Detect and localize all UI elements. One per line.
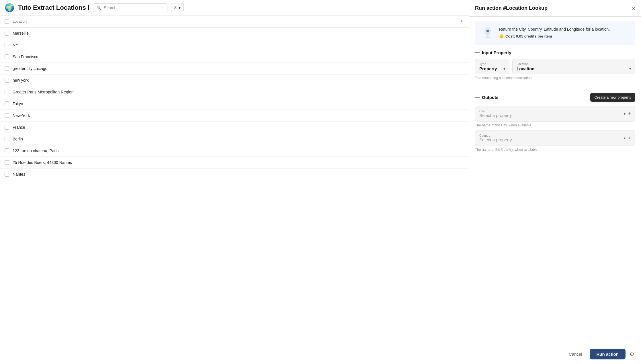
row-checkbox[interactable] [5, 66, 9, 71]
table-row[interactable]: greater city chicago [0, 63, 469, 75]
panel-header: Run action #Location Lookup × [469, 0, 641, 17]
city-chevron: ▾ [624, 112, 626, 116]
city-label: City [479, 109, 512, 113]
filter-chevron: ▾ [179, 5, 181, 10]
row-text: new york [13, 78, 464, 83]
create-new-property-button[interactable]: Create a new property [590, 93, 635, 102]
outputs-section-title: Outputs [482, 95, 499, 100]
city-select[interactable]: Select a property [479, 113, 512, 118]
left-panel: 🌍 Tuto Extract Locations l 🔍 ⧖ ▾ Locatio… [0, 0, 469, 364]
row-text: France [13, 125, 464, 130]
country-field-header: Country Select a property ▾ + [479, 134, 631, 142]
close-button[interactable]: × [632, 5, 635, 11]
outputs-section: — Outputs Create a new property City Sel… [469, 93, 641, 159]
row-text: greater city chicago [13, 66, 464, 71]
country-chevron: ▾ [624, 136, 626, 140]
svg-point-0 [485, 36, 490, 38]
country-select[interactable]: Select a property [479, 137, 512, 142]
country-hint: The name of the Country, when available. [475, 148, 635, 152]
row-checkbox[interactable] [5, 54, 9, 59]
table-body: Marseille NY San Francisco greater city … [0, 28, 469, 364]
filter-icon: ⧖ [174, 5, 177, 10]
search-input[interactable] [104, 5, 164, 10]
row-checkbox[interactable] [5, 31, 9, 36]
add-column-button[interactable]: + [459, 18, 464, 24]
app-title: Tuto Extract Locations l [18, 4, 89, 11]
outputs-left: — Outputs [475, 95, 499, 100]
table-row[interactable]: Tokyo [0, 98, 469, 110]
country-output-field: Country Select a property ▾ + [475, 130, 635, 146]
panel-body: Return the City, Country, Latitude and L… [469, 17, 641, 344]
outputs-header-row: — Outputs Create a new property [475, 93, 635, 102]
table-row[interactable]: San Francisco [0, 51, 469, 63]
row-text: Marseille [13, 31, 464, 36]
row-checkbox[interactable] [5, 113, 9, 118]
top-bar: 🌍 Tuto Extract Locations l 🔍 ⧖ ▾ [0, 0, 469, 15]
type-chevron: ▾ [503, 67, 505, 71]
table-row[interactable]: 25 Rue des Boers, 44300 Nantes [0, 157, 469, 169]
info-description: Return the City, Country, Latitude and L… [499, 26, 630, 32]
input-row: Type Property ▾ Location * Location ▾ [475, 59, 635, 74]
row-checkbox[interactable] [5, 160, 9, 165]
table-header: Location + [0, 15, 469, 28]
row-checkbox[interactable] [5, 101, 9, 106]
country-field-inner: Country Select a property [479, 134, 624, 142]
table-row[interactable]: Nantes [0, 169, 469, 180]
row-checkbox[interactable] [5, 125, 9, 130]
table-row[interactable]: NY [0, 39, 469, 51]
section-divider [469, 88, 641, 88]
search-bar: 🔍 [93, 3, 167, 12]
table-row[interactable]: new york [0, 75, 469, 86]
input-section-title-row: — Input Property [475, 50, 635, 55]
run-action-button[interactable]: Run action [590, 349, 626, 359]
location-select[interactable]: Location * Location ▾ [512, 59, 635, 74]
city-output-field: City Select a property ▾ + [475, 106, 635, 122]
panel-footer: Cancel Run action ⚙ [469, 344, 641, 364]
location-icon [481, 26, 495, 40]
input-section-collapse[interactable]: — [475, 50, 480, 55]
filter-button[interactable]: ⧖ ▾ [171, 3, 184, 12]
table-row[interactable]: Marseille [0, 28, 469, 39]
location-value-row: Location ▾ [517, 66, 631, 71]
row-text: Greater Paris Metropolitan Region [13, 90, 464, 94]
info-box: Return the City, Country, Latitude and L… [475, 21, 635, 45]
search-icon: 🔍 [97, 5, 101, 10]
info-cost: 🪙 Cost: 0.05 credits per item [499, 34, 630, 38]
city-field-header: City Select a property ▾ + [479, 109, 631, 118]
row-checkbox[interactable] [5, 137, 9, 141]
row-text: Berlin [13, 137, 464, 141]
row-checkbox[interactable] [5, 148, 9, 153]
table-row[interactable]: France [0, 122, 469, 133]
row-text: Tokyo [13, 101, 464, 106]
cancel-button[interactable]: Cancel [564, 349, 587, 359]
info-text: Return the City, Country, Latitude and L… [499, 26, 630, 38]
input-hint: Text containing a location information. [475, 76, 635, 80]
row-text: Nantes [13, 172, 464, 177]
column-header-location: Location [13, 19, 455, 24]
type-select[interactable]: Type Property ▾ [475, 59, 509, 74]
row-checkbox[interactable] [5, 90, 9, 94]
select-all-checkbox[interactable] [5, 19, 9, 24]
table-row[interactable]: Berlin [0, 133, 469, 145]
right-panel: Run action #Location Lookup × Return the… [469, 0, 641, 364]
location-label: Location * [517, 62, 631, 66]
city-hint: The name of the City, when available. [475, 123, 635, 127]
type-label: Type [479, 62, 505, 66]
city-add-button[interactable]: + [628, 111, 631, 116]
country-label: Country [479, 134, 512, 137]
settings-button[interactable]: ⚙ [628, 350, 635, 359]
outputs-section-collapse[interactable]: — [475, 95, 480, 100]
row-text: NY [13, 43, 464, 47]
row-text: San Francisco [13, 54, 464, 59]
row-checkbox[interactable] [5, 172, 9, 177]
row-checkbox[interactable] [5, 43, 9, 47]
row-text: 123 rue du chateau, Paris [13, 148, 464, 153]
row-text: New-York [13, 113, 464, 118]
table-row[interactable]: New-York [0, 110, 469, 122]
table-row[interactable]: 123 rue du chateau, Paris [0, 145, 469, 157]
table-row[interactable]: Greater Paris Metropolitan Region [0, 86, 469, 98]
coin-icon: 🪙 [499, 34, 504, 38]
country-add-button[interactable]: + [628, 136, 631, 141]
city-actions: ▾ + [624, 111, 631, 116]
row-checkbox[interactable] [5, 78, 9, 83]
